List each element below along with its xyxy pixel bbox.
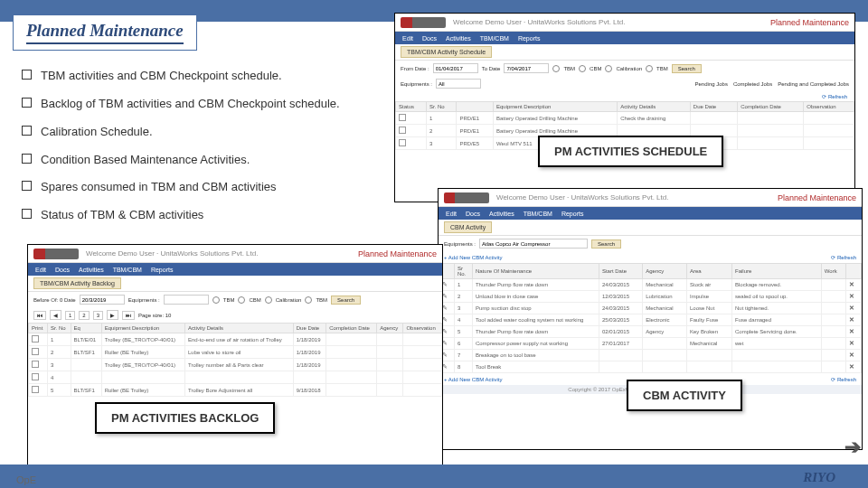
nav-item[interactable]: Reports xyxy=(561,211,584,217)
checkbox-icon[interactable] xyxy=(32,386,39,393)
delete-icon[interactable]: ✕ xyxy=(846,350,862,361)
checkbox-icon[interactable] xyxy=(399,114,406,121)
filter-row: Equipments : Search xyxy=(439,236,862,251)
checkbox-icon[interactable] xyxy=(399,139,406,146)
radio-icon[interactable] xyxy=(605,65,612,72)
table-header-row: Status Sr. No Equipment Description Acti… xyxy=(396,102,854,112)
nav-item[interactable]: Docs xyxy=(422,35,437,42)
eq-input[interactable] xyxy=(479,239,588,249)
table-row: ✎4Tool added water cooling system not wo… xyxy=(439,314,862,326)
logo-icon xyxy=(444,192,489,203)
module-title: Planned Maintenance xyxy=(770,18,849,27)
radio-icon[interactable] xyxy=(212,296,220,304)
radio-icon[interactable] xyxy=(579,65,586,72)
delete-icon[interactable]: ✕ xyxy=(846,279,862,291)
nav-item[interactable]: Activities xyxy=(79,267,104,273)
nav-item[interactable]: Docs xyxy=(466,211,480,217)
pager-btn[interactable]: ▶ xyxy=(107,310,118,320)
bullet-text: TBM activities and CBM Checkpoint schedu… xyxy=(41,68,282,85)
delete-icon[interactable]: ✕ xyxy=(846,291,862,303)
bullet-text: Backlog of TBM activities and CBM Checkp… xyxy=(41,96,340,113)
legend-item: Completed Jobs xyxy=(733,81,772,87)
next-arrow-icon[interactable]: ➔ xyxy=(844,436,861,459)
radio-icon[interactable] xyxy=(265,296,272,304)
nav-item[interactable]: TBM/CBM xyxy=(480,35,509,42)
pager-btn[interactable]: 1 xyxy=(65,311,75,320)
before-label: Before Of: 0 Date xyxy=(33,297,76,303)
welcome-text: Welcome Demo User · UnitaWorks Solutions… xyxy=(496,193,668,202)
col: Failure xyxy=(732,264,822,279)
app-header: Welcome Demo User · UnitaWorks Solutions… xyxy=(439,189,862,207)
delete-icon[interactable]: ✕ xyxy=(846,303,862,314)
filter-row2: Equipments : Pending Jobs Completed Jobs… xyxy=(395,76,854,91)
delete-icon[interactable]: ✕ xyxy=(846,314,862,326)
bullet-text: Status of TBM & CBM activities xyxy=(41,207,203,224)
col: Start Date xyxy=(599,264,642,279)
col: Sr. No xyxy=(426,102,456,112)
checkbox-icon[interactable] xyxy=(32,335,39,343)
search-button[interactable]: Search xyxy=(331,296,361,305)
eq-input[interactable] xyxy=(164,295,209,305)
legend-item: Pending and Completed Jobs xyxy=(778,81,849,87)
from-label: From Date : xyxy=(401,66,429,71)
active-tab[interactable]: CBM Activity xyxy=(444,221,492,233)
radio-icon[interactable] xyxy=(305,296,312,304)
page-size: Page size: 10 xyxy=(138,313,171,318)
status-input[interactable] xyxy=(436,79,481,89)
table-header-row: Print Sr. No Eq Equipment Description Ac… xyxy=(29,324,442,333)
checkbox-icon[interactable] xyxy=(32,361,39,368)
to-date-input[interactable] xyxy=(504,63,549,73)
nav-item[interactable]: Edit xyxy=(35,267,46,273)
from-date-input[interactable] xyxy=(433,63,478,73)
logo-icon xyxy=(33,249,79,259)
radio-icon[interactable] xyxy=(238,296,245,304)
checkbox-icon[interactable] xyxy=(32,373,39,380)
nav-item[interactable]: TBM/CBM xyxy=(113,267,142,273)
nav-item[interactable]: Edit xyxy=(446,211,457,217)
refresh-link[interactable]: ⟳ Refresh xyxy=(831,376,856,382)
tab-bar: TBM/CBM Activity Backlog xyxy=(28,276,442,292)
col: Sr No. xyxy=(454,264,472,279)
type-opt: Calibration xyxy=(616,66,642,71)
before-input[interactable] xyxy=(80,295,125,305)
radio-icon[interactable] xyxy=(552,65,560,72)
type-opt: TBM xyxy=(656,66,668,71)
active-tab[interactable]: TBM/CBM Activity Schedule xyxy=(401,46,492,58)
nav-item[interactable]: Edit xyxy=(402,35,413,42)
refresh-link[interactable]: ⟳ Refresh xyxy=(822,93,847,99)
checkbox-icon[interactable] xyxy=(399,127,406,134)
welcome-text: Welcome Demo User · UnitaWorks Solutions… xyxy=(453,18,625,26)
active-tab[interactable]: TBM/CBM Activity Backlog xyxy=(33,277,121,289)
checkbox-icon[interactable] xyxy=(32,348,39,355)
table-row: 4 xyxy=(29,371,442,384)
pager-btn[interactable]: ⏭ xyxy=(122,311,135,320)
pager-btn[interactable]: ◀ xyxy=(50,310,61,320)
nav-bar: Edit Docs Activities TBM/CBM Reports xyxy=(28,263,442,276)
type-opt: CBM xyxy=(249,297,260,303)
nav-item[interactable]: Docs xyxy=(55,267,70,273)
pager-btn[interactable]: 2 xyxy=(79,311,89,320)
bullet-icon xyxy=(22,154,32,164)
table-row: 1PRD/E1Battery Operated Drilling Machine… xyxy=(396,112,854,125)
nav-item[interactable]: Reports xyxy=(518,35,541,42)
table-row: 5BLT/SF1Roller (BE Trolley)Trolley Bore … xyxy=(29,384,442,397)
add-link[interactable]: + Add New CBM Activity xyxy=(444,255,503,260)
add-link[interactable]: + Add New CBM Activity xyxy=(444,377,503,382)
pager-btn[interactable]: 3 xyxy=(93,311,103,320)
nav-item[interactable]: Activities xyxy=(489,211,514,217)
radio-icon[interactable] xyxy=(646,65,653,72)
callout-cbm: CBM ACTIVITY xyxy=(627,380,742,411)
nav-item[interactable]: Activities xyxy=(446,35,471,42)
delete-icon[interactable]: ✕ xyxy=(846,361,862,373)
search-button[interactable]: Search xyxy=(672,64,702,73)
nav-item[interactable]: TBM/CBM xyxy=(524,211,552,217)
screenshot-backlog: Welcome Demo User · UnitaWorks Solutions… xyxy=(27,244,443,479)
callout-backlog: PM ACTIVITIES BACKLOG xyxy=(95,402,275,434)
col: Area xyxy=(686,264,731,279)
pager-btn[interactable]: ⏮ xyxy=(33,311,46,320)
search-button[interactable]: Search xyxy=(591,239,621,249)
delete-icon[interactable]: ✕ xyxy=(846,326,862,338)
delete-icon[interactable]: ✕ xyxy=(846,338,862,350)
nav-item[interactable]: Reports xyxy=(151,267,174,273)
refresh-link[interactable]: ⟳ Refresh xyxy=(831,254,856,260)
